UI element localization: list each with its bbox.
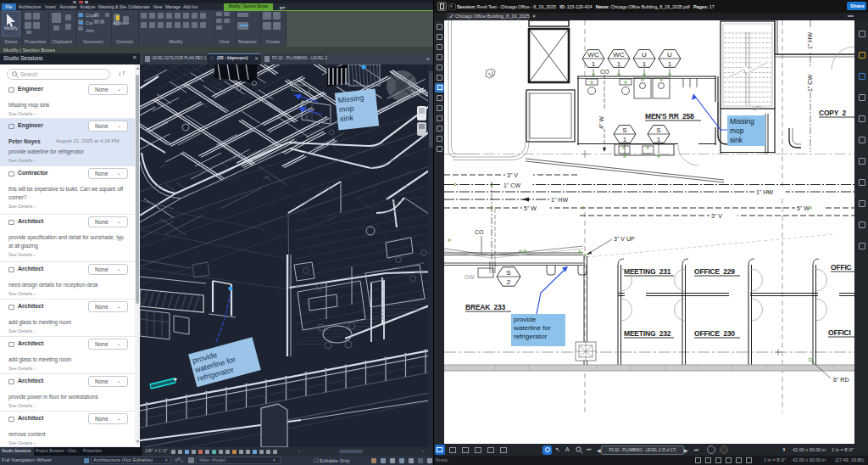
svg-text:1" CW: 1" CW <box>504 182 520 188</box>
svg-text:mop: mop <box>338 104 353 114</box>
svg-text:OFFICE 229: OFFICE 229 <box>694 267 735 276</box>
svg-text:3" V UP: 3" V UP <box>614 236 635 242</box>
svg-text:OFFICE 230: OFFICE 230 <box>694 329 735 338</box>
svg-text:Missing: Missing <box>730 117 754 126</box>
svg-text:provide: provide <box>514 316 537 323</box>
svg-text:5" W: 5" W <box>797 205 810 211</box>
svg-text:1: 1 <box>623 136 627 143</box>
svg-text:sink: sink <box>340 113 354 123</box>
svg-text:OFFICI: OFFICI <box>828 328 851 337</box>
svg-text:2: 2 <box>507 278 511 286</box>
svg-text:U: U <box>667 51 672 59</box>
svg-text:1" HW: 1" HW <box>551 197 568 203</box>
svg-text:refrigerator: refrigerator <box>514 333 547 340</box>
svg-text:3" V: 3" V <box>711 213 722 219</box>
svg-text:OFFIC: OFFIC <box>831 263 852 272</box>
svg-text:S: S <box>506 269 510 277</box>
svg-text:1: 1 <box>592 60 596 68</box>
svg-text:BREAK 233: BREAK 233 <box>465 303 506 311</box>
svg-text:sink: sink <box>730 136 743 144</box>
svg-text:4" W: 4" W <box>598 116 604 129</box>
svg-text:S: S <box>656 126 660 134</box>
svg-text:WC: WC <box>587 51 599 59</box>
svg-text:UP: UP <box>753 105 761 111</box>
svg-text:mop: mop <box>730 126 744 135</box>
svg-text:1: 1 <box>668 60 672 68</box>
svg-text:6" RD: 6" RD <box>833 377 849 383</box>
svg-text:S: S <box>622 126 626 134</box>
svg-text:MEETING 232: MEETING 232 <box>624 329 671 338</box>
svg-text:5" W: 5" W <box>524 205 537 211</box>
svg-text:1" HW: 1" HW <box>807 32 813 49</box>
svg-text:U: U <box>642 51 647 59</box>
svg-text:waterline for: waterline for <box>513 324 551 332</box>
svg-text:DW: DW <box>465 274 475 280</box>
svg-text:3" V: 3" V <box>507 172 518 178</box>
svg-text:WC: WC <box>613 51 625 59</box>
svg-text:COPY 2: COPY 2 <box>819 109 847 117</box>
svg-text:MEETING 231: MEETING 231 <box>624 267 671 276</box>
svg-text:CO: CO <box>475 229 484 235</box>
svg-text:CO: CO <box>600 69 609 75</box>
svg-text:1: 1 <box>657 136 661 143</box>
svg-text:MEN'S RR 258: MEN'S RR 258 <box>645 112 694 120</box>
svg-text:1: 1 <box>643 60 647 68</box>
svg-text:1: 1 <box>617 60 621 68</box>
svg-text:1" CW: 1" CW <box>807 75 813 92</box>
svg-text:1" HW: 1" HW <box>756 189 773 195</box>
